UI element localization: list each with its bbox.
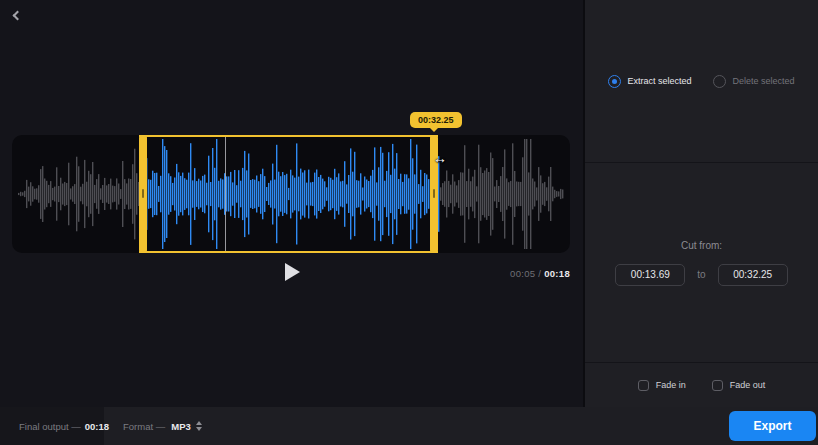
- handle-grip-icon: [142, 189, 144, 198]
- cut-range-section: Cut from: to: [585, 162, 818, 362]
- cut-end-input[interactable]: [718, 264, 788, 286]
- audio-cutter-app: 00:32.25 ↔ 00:05 / 00:18 Extract selecte…: [0, 0, 818, 445]
- format-cell: Format — MP3: [104, 407, 202, 445]
- format-label: Format —: [123, 421, 165, 432]
- bottom-bar: Final output — 00:18 Format — MP3: [0, 407, 818, 445]
- delete-selected-label: Delete selected: [732, 76, 794, 86]
- mode-section: Extract selected Delete selected: [585, 0, 818, 162]
- selection-region[interactable]: [139, 135, 438, 253]
- format-stepper-icon: [196, 421, 202, 431]
- selection-start-handle[interactable]: [139, 135, 147, 253]
- cut-range-row: to: [615, 264, 787, 286]
- cut-start-input[interactable]: [615, 264, 685, 286]
- extract-selected-label: Extract selected: [627, 76, 691, 86]
- chevron-up-icon: [196, 421, 202, 425]
- cut-joiner-label: to: [697, 269, 705, 280]
- fade-in-option[interactable]: Fade in: [638, 380, 686, 391]
- play-button[interactable]: [285, 263, 300, 281]
- fade-section: Fade in Fade out: [585, 362, 818, 407]
- cut-from-title: Cut from:: [681, 240, 722, 251]
- fade-out-label: Fade out: [730, 380, 766, 390]
- export-button[interactable]: Export: [729, 411, 816, 441]
- final-output-label: Final output —: [19, 421, 81, 432]
- settings-panel: Extract selected Delete selected Cut fro…: [583, 0, 818, 407]
- chevron-down-icon: [196, 427, 202, 431]
- fade-in-checkbox-icon: [638, 380, 649, 391]
- current-time: 00:05: [510, 268, 535, 279]
- radio-unselected-icon: [713, 75, 726, 88]
- format-value: MP3: [171, 421, 191, 432]
- final-output-cell: Final output — 00:18: [0, 407, 104, 445]
- chevron-left-icon: [13, 11, 23, 21]
- playback-time: 00:05 / 00:18: [430, 268, 570, 279]
- delete-selected-option[interactable]: Delete selected: [713, 75, 794, 88]
- extract-selected-option[interactable]: Extract selected: [608, 75, 691, 88]
- format-select[interactable]: MP3: [171, 421, 202, 432]
- back-button[interactable]: [8, 7, 26, 25]
- fade-out-checkbox-icon: [712, 380, 723, 391]
- end-time-tooltip: 00:32.25: [410, 112, 462, 128]
- selection-end-handle[interactable]: [430, 135, 438, 253]
- radio-selected-icon: [608, 75, 621, 88]
- handle-grip-icon: [433, 189, 435, 198]
- total-time: 00:18: [544, 268, 570, 279]
- fade-out-option[interactable]: Fade out: [712, 380, 766, 391]
- fade-in-label: Fade in: [656, 380, 686, 390]
- time-separator: /: [535, 268, 544, 279]
